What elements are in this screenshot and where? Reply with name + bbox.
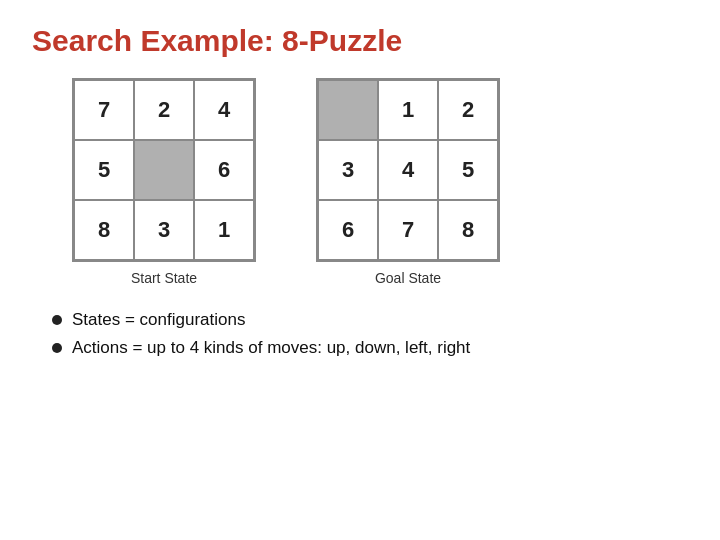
goal-puzzle: 12345678 Goal State — [316, 78, 500, 286]
start-cell-0: 7 — [74, 80, 134, 140]
start-cell-5: 6 — [194, 140, 254, 200]
start-cell-3: 5 — [74, 140, 134, 200]
goal-cell-3: 3 — [318, 140, 378, 200]
start-grid: 72456831 — [72, 78, 256, 262]
goal-cell-0 — [318, 80, 378, 140]
goal-cell-5: 5 — [438, 140, 498, 200]
start-cell-8: 1 — [194, 200, 254, 260]
puzzles-row: 72456831 Start State 12345678 Goal State — [72, 78, 688, 286]
goal-cell-6: 6 — [318, 200, 378, 260]
bullet-text-1: Actions = up to 4 kinds of moves: up, do… — [72, 338, 470, 358]
goal-label: Goal State — [375, 270, 441, 286]
start-label: Start State — [131, 270, 197, 286]
goal-grid: 12345678 — [316, 78, 500, 262]
bullet-text-0: States = configurations — [72, 310, 245, 330]
goal-cell-4: 4 — [378, 140, 438, 200]
goal-cell-8: 8 — [438, 200, 498, 260]
goal-cell-1: 1 — [378, 80, 438, 140]
start-cell-6: 8 — [74, 200, 134, 260]
bullet-item-0: States = configurations — [52, 310, 688, 330]
start-cell-4 — [134, 140, 194, 200]
bullet-list: States = configurationsActions = up to 4… — [52, 310, 688, 358]
start-cell-7: 3 — [134, 200, 194, 260]
start-cell-1: 2 — [134, 80, 194, 140]
bullet-dot-1 — [52, 343, 62, 353]
goal-cell-7: 7 — [378, 200, 438, 260]
start-cell-2: 4 — [194, 80, 254, 140]
bullet-dot-0 — [52, 315, 62, 325]
page-title: Search Example: 8-Puzzle — [32, 24, 688, 58]
start-puzzle: 72456831 Start State — [72, 78, 256, 286]
bullet-item-1: Actions = up to 4 kinds of moves: up, do… — [52, 338, 688, 358]
goal-cell-2: 2 — [438, 80, 498, 140]
